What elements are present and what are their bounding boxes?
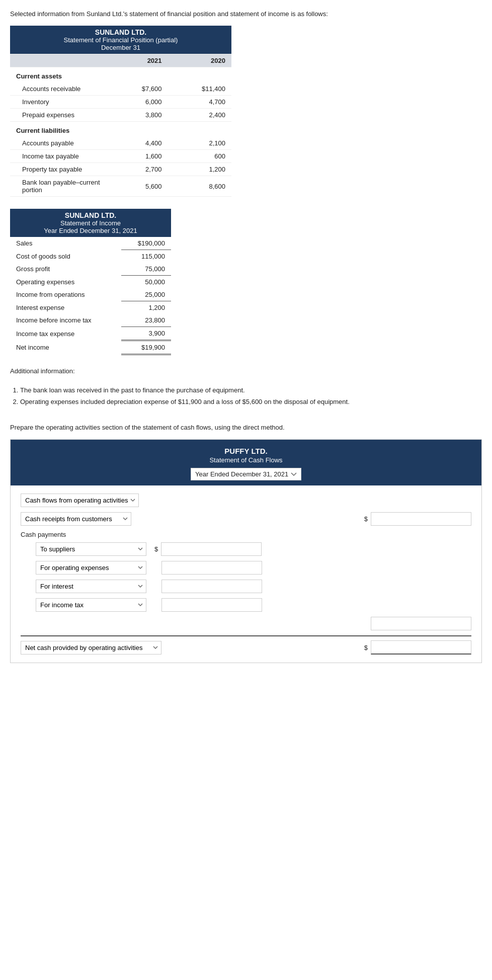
income-cogs-label: Cost of goods sold: [10, 250, 121, 263]
receipts-dollar-sign: $: [364, 515, 368, 523]
fp-section-current-assets: Current assets: [10, 67, 231, 83]
fp-ptp-2021: 2,700: [111, 163, 168, 176]
income-period: Year Ended December 31, 2021: [16, 227, 165, 234]
fp-ap-label: Accounts payable: [10, 137, 111, 150]
intro-text: Selected information from Sunland Ltd.'s…: [10, 10, 482, 18]
income-ite-label: Income tax expense: [10, 327, 121, 341]
table-row: Net income $19,900: [10, 341, 171, 355]
table-row: Operating expenses 50,000: [10, 276, 171, 289]
fp-blp-2021: 5,600: [111, 176, 168, 197]
cf-year-dropdown[interactable]: Year Ended December 31, 2021Year Ended D…: [191, 468, 301, 480]
income-opex-value: 50,000: [121, 276, 171, 289]
fp-ar-2020: $11,400: [168, 83, 231, 96]
cf-statement-label: Statement of Cash Flows: [15, 456, 477, 464]
additional-info-list: The bank loan was received in the past t…: [20, 386, 482, 405]
additional-info-section: Additional information: The bank loan wa…: [10, 367, 482, 405]
cf-total-input[interactable]: [371, 617, 471, 630]
fp-inv-2021: 6,000: [111, 96, 168, 109]
fp-col-empty: [10, 54, 111, 67]
fp-prepaid-2020: 2,400: [168, 109, 231, 122]
fp-inv-2020: 4,700: [168, 96, 231, 109]
cf-suppliers-dropdown[interactable]: To suppliersTo employeesTo other: [36, 542, 146, 556]
fp-blp-2020: 8,600: [168, 176, 231, 197]
table-row: Accounts receivable $7,600 $11,400: [10, 83, 231, 96]
cf-body: Cash flows from operating activitiesCash…: [11, 485, 481, 663]
fp-itp-2021: 1,600: [111, 150, 168, 163]
income-sales-label: Sales: [10, 237, 121, 250]
table-row: Property tax payable 2,700 1,200: [10, 163, 231, 176]
fp-itp-2020: 600: [168, 150, 231, 163]
fp-ap-2021: 4,400: [111, 137, 168, 150]
suppliers-dollar-sign: $: [154, 545, 158, 553]
prepare-text: Prepare the operating activities section…: [10, 424, 482, 431]
income-ibit-label: Income before income tax: [10, 314, 121, 327]
income-ni-value: $19,900: [121, 341, 171, 355]
income-opex-label: Operating expenses: [10, 276, 121, 289]
income-ifo-label: Income from operations: [10, 288, 121, 301]
income-ifo-value: 25,000: [121, 288, 171, 301]
fp-section-current-liabilities: Current liabilities: [10, 122, 231, 137]
cf-interest-row: For interestFor taxesFor other: [36, 580, 471, 593]
additional-info-header: Additional information:: [10, 367, 482, 375]
fp-current-liabilities-label: Current liabilities: [10, 122, 231, 137]
fp-ar-2021: $7,600: [111, 83, 168, 96]
cash-flow-statement: PUFFY LTD. Statement of Cash Flows Year …: [10, 439, 482, 663]
cf-section1-dropdown[interactable]: Cash flows from operating activitiesCash…: [21, 494, 139, 507]
table-row: Income tax expense 3,900: [10, 327, 171, 341]
cf-net-row: Net cash provided by operating activitie…: [21, 635, 471, 655]
additional-info-item-1: The bank loan was received in the past t…: [20, 386, 482, 394]
fp-ap-2020: 2,100: [168, 137, 231, 150]
fp-period: December 31: [16, 44, 225, 51]
net-input[interactable]: [371, 640, 471, 655]
fp-prepaid-label: Prepaid expenses: [10, 109, 111, 122]
income-sales-value: $190,000: [121, 237, 171, 250]
fp-itp-label: Income tax payable: [10, 150, 111, 163]
cf-header: PUFFY LTD. Statement of Cash Flows Year …: [11, 440, 481, 485]
table-row: Income from operations 25,000: [10, 288, 171, 301]
opex-input[interactable]: [161, 561, 262, 575]
cf-net-dropdown[interactable]: Net cash provided by operating activitie…: [21, 641, 161, 655]
fp-prepaid-2021: 3,800: [111, 109, 168, 122]
table-row: Inventory 6,000 4,700: [10, 96, 231, 109]
fp-company: SUNLAND LTD.: [16, 28, 225, 36]
income-company: SUNLAND LTD.: [16, 211, 165, 219]
fp-statement: Statement of Financial Position (partial…: [16, 36, 225, 44]
income-ite-value: 3,900: [121, 327, 171, 341]
cf-interest-dropdown[interactable]: For interestFor taxesFor other: [36, 580, 146, 593]
cf-incometax-row: For income taxFor property taxFor other: [36, 598, 471, 612]
interest-input[interactable]: [161, 580, 262, 593]
income-ie-value: 1,200: [121, 301, 171, 314]
table-row: Gross profit 75,000: [10, 263, 171, 276]
table-row: Sales $190,000: [10, 237, 171, 250]
table-row: Prepaid expenses 3,800 2,400: [10, 109, 231, 122]
fp-ptp-label: Property tax payable: [10, 163, 111, 176]
additional-info-item-2: Operating expenses included depreciation…: [20, 398, 482, 405]
cf-incometax-dropdown[interactable]: For income taxFor property taxFor other: [36, 598, 146, 612]
income-ie-label: Interest expense: [10, 301, 121, 314]
cf-receipts-row: Cash receipts from customersCash receipt…: [21, 512, 471, 526]
income-header: SUNLAND LTD. Statement of Income Year En…: [10, 209, 171, 237]
financial-position-table: SUNLAND LTD. Statement of Financial Posi…: [10, 26, 231, 197]
income-ni-label: Net income: [10, 341, 121, 355]
cf-total-row: [21, 617, 471, 630]
table-row: Accounts payable 4,400 2,100: [10, 137, 231, 150]
fp-ptp-2020: 1,200: [168, 163, 231, 176]
fp-current-assets-label: Current assets: [10, 67, 231, 83]
income-cogs-value: 115,000: [121, 250, 171, 263]
suppliers-input[interactable]: [161, 542, 262, 556]
cf-opex-dropdown[interactable]: For operating expensesFor administrative…: [36, 561, 146, 575]
table-row: Bank loan payable–current portion 5,600 …: [10, 176, 231, 197]
income-ibit-value: 23,800: [121, 314, 171, 327]
table-row: Cost of goods sold 115,000: [10, 250, 171, 263]
table-row: Income tax payable 1,600 600: [10, 150, 231, 163]
fp-header: SUNLAND LTD. Statement of Financial Posi…: [10, 26, 231, 54]
receipts-input[interactable]: [371, 512, 471, 526]
income-gp-value: 75,000: [121, 263, 171, 276]
income-statement-label: Statement of Income: [16, 219, 165, 227]
income-statement-table: SUNLAND LTD. Statement of Income Year En…: [10, 209, 171, 355]
incometax-input[interactable]: [161, 598, 262, 612]
net-dollar-sign: $: [364, 644, 368, 651]
table-row: Interest expense 1,200: [10, 301, 171, 314]
cf-receipts-dropdown[interactable]: Cash receipts from customersCash receipt…: [21, 512, 131, 526]
fp-col-2020: 2020: [168, 54, 231, 67]
